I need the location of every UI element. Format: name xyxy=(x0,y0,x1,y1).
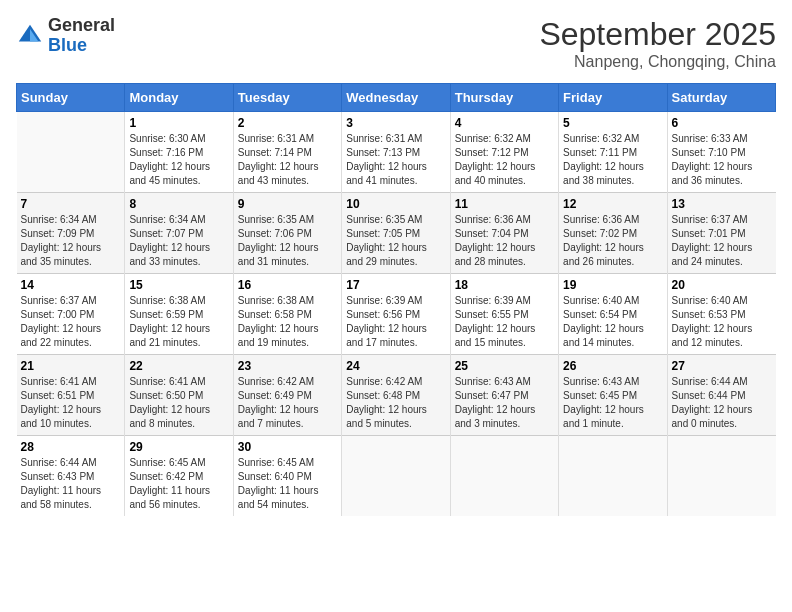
day-info: Sunrise: 6:40 AMSunset: 6:53 PMDaylight:… xyxy=(672,294,772,350)
day-number: 2 xyxy=(238,116,337,130)
calendar-cell: 12Sunrise: 6:36 AMSunset: 7:02 PMDayligh… xyxy=(559,193,667,274)
day-info: Sunrise: 6:31 AMSunset: 7:13 PMDaylight:… xyxy=(346,132,445,188)
calendar-cell: 25Sunrise: 6:43 AMSunset: 6:47 PMDayligh… xyxy=(450,355,558,436)
day-number: 8 xyxy=(129,197,228,211)
calendar-cell: 16Sunrise: 6:38 AMSunset: 6:58 PMDayligh… xyxy=(233,274,341,355)
day-number: 12 xyxy=(563,197,662,211)
day-info: Sunrise: 6:31 AMSunset: 7:14 PMDaylight:… xyxy=(238,132,337,188)
calendar-cell: 9Sunrise: 6:35 AMSunset: 7:06 PMDaylight… xyxy=(233,193,341,274)
calendar-cell: 15Sunrise: 6:38 AMSunset: 6:59 PMDayligh… xyxy=(125,274,233,355)
day-number: 21 xyxy=(21,359,121,373)
calendar-cell: 23Sunrise: 6:42 AMSunset: 6:49 PMDayligh… xyxy=(233,355,341,436)
calendar-cell: 8Sunrise: 6:34 AMSunset: 7:07 PMDaylight… xyxy=(125,193,233,274)
day-number: 19 xyxy=(563,278,662,292)
weekday-header-thursday: Thursday xyxy=(450,84,558,112)
calendar-cell: 1Sunrise: 6:30 AMSunset: 7:16 PMDaylight… xyxy=(125,112,233,193)
day-number: 28 xyxy=(21,440,121,454)
day-info: Sunrise: 6:38 AMSunset: 6:58 PMDaylight:… xyxy=(238,294,337,350)
day-info: Sunrise: 6:34 AMSunset: 7:09 PMDaylight:… xyxy=(21,213,121,269)
day-info: Sunrise: 6:40 AMSunset: 6:54 PMDaylight:… xyxy=(563,294,662,350)
day-number: 11 xyxy=(455,197,554,211)
day-info: Sunrise: 6:44 AMSunset: 6:44 PMDaylight:… xyxy=(672,375,772,431)
day-number: 14 xyxy=(21,278,121,292)
weekday-header-saturday: Saturday xyxy=(667,84,775,112)
day-number: 9 xyxy=(238,197,337,211)
day-number: 24 xyxy=(346,359,445,373)
calendar-cell: 30Sunrise: 6:45 AMSunset: 6:40 PMDayligh… xyxy=(233,436,341,517)
calendar-week-4: 21Sunrise: 6:41 AMSunset: 6:51 PMDayligh… xyxy=(17,355,776,436)
day-info: Sunrise: 6:37 AMSunset: 7:00 PMDaylight:… xyxy=(21,294,121,350)
day-number: 20 xyxy=(672,278,772,292)
day-info: Sunrise: 6:34 AMSunset: 7:07 PMDaylight:… xyxy=(129,213,228,269)
calendar-cell: 21Sunrise: 6:41 AMSunset: 6:51 PMDayligh… xyxy=(17,355,125,436)
day-info: Sunrise: 6:44 AMSunset: 6:43 PMDaylight:… xyxy=(21,456,121,512)
calendar-cell: 27Sunrise: 6:44 AMSunset: 6:44 PMDayligh… xyxy=(667,355,775,436)
day-number: 30 xyxy=(238,440,337,454)
weekday-header-monday: Monday xyxy=(125,84,233,112)
calendar-cell: 19Sunrise: 6:40 AMSunset: 6:54 PMDayligh… xyxy=(559,274,667,355)
day-number: 15 xyxy=(129,278,228,292)
day-number: 16 xyxy=(238,278,337,292)
calendar-week-2: 7Sunrise: 6:34 AMSunset: 7:09 PMDaylight… xyxy=(17,193,776,274)
day-number: 4 xyxy=(455,116,554,130)
logo-text: General Blue xyxy=(48,16,115,56)
day-info: Sunrise: 6:42 AMSunset: 6:48 PMDaylight:… xyxy=(346,375,445,431)
day-info: Sunrise: 6:39 AMSunset: 6:56 PMDaylight:… xyxy=(346,294,445,350)
calendar-cell: 4Sunrise: 6:32 AMSunset: 7:12 PMDaylight… xyxy=(450,112,558,193)
month-title: September 2025 xyxy=(539,16,776,53)
calendar-cell: 14Sunrise: 6:37 AMSunset: 7:00 PMDayligh… xyxy=(17,274,125,355)
location-title: Nanpeng, Chongqing, China xyxy=(539,53,776,71)
day-info: Sunrise: 6:41 AMSunset: 6:50 PMDaylight:… xyxy=(129,375,228,431)
title-block: September 2025 Nanpeng, Chongqing, China xyxy=(539,16,776,71)
day-number: 3 xyxy=(346,116,445,130)
day-number: 18 xyxy=(455,278,554,292)
calendar-table: SundayMondayTuesdayWednesdayThursdayFrid… xyxy=(16,83,776,516)
calendar-cell xyxy=(17,112,125,193)
calendar-cell: 10Sunrise: 6:35 AMSunset: 7:05 PMDayligh… xyxy=(342,193,450,274)
calendar-cell: 13Sunrise: 6:37 AMSunset: 7:01 PMDayligh… xyxy=(667,193,775,274)
calendar-cell: 17Sunrise: 6:39 AMSunset: 6:56 PMDayligh… xyxy=(342,274,450,355)
calendar-week-5: 28Sunrise: 6:44 AMSunset: 6:43 PMDayligh… xyxy=(17,436,776,517)
day-number: 1 xyxy=(129,116,228,130)
day-number: 22 xyxy=(129,359,228,373)
calendar-cell: 26Sunrise: 6:43 AMSunset: 6:45 PMDayligh… xyxy=(559,355,667,436)
day-info: Sunrise: 6:45 AMSunset: 6:40 PMDaylight:… xyxy=(238,456,337,512)
day-info: Sunrise: 6:36 AMSunset: 7:04 PMDaylight:… xyxy=(455,213,554,269)
day-number: 5 xyxy=(563,116,662,130)
calendar-cell: 18Sunrise: 6:39 AMSunset: 6:55 PMDayligh… xyxy=(450,274,558,355)
day-info: Sunrise: 6:35 AMSunset: 7:06 PMDaylight:… xyxy=(238,213,337,269)
calendar-cell xyxy=(559,436,667,517)
day-info: Sunrise: 6:37 AMSunset: 7:01 PMDaylight:… xyxy=(672,213,772,269)
calendar-week-3: 14Sunrise: 6:37 AMSunset: 7:00 PMDayligh… xyxy=(17,274,776,355)
logo-icon xyxy=(16,22,44,50)
calendar-cell xyxy=(667,436,775,517)
day-number: 26 xyxy=(563,359,662,373)
day-info: Sunrise: 6:38 AMSunset: 6:59 PMDaylight:… xyxy=(129,294,228,350)
day-info: Sunrise: 6:36 AMSunset: 7:02 PMDaylight:… xyxy=(563,213,662,269)
weekday-header-sunday: Sunday xyxy=(17,84,125,112)
calendar-cell: 6Sunrise: 6:33 AMSunset: 7:10 PMDaylight… xyxy=(667,112,775,193)
calendar-cell: 3Sunrise: 6:31 AMSunset: 7:13 PMDaylight… xyxy=(342,112,450,193)
weekday-header-wednesday: Wednesday xyxy=(342,84,450,112)
calendar-cell: 28Sunrise: 6:44 AMSunset: 6:43 PMDayligh… xyxy=(17,436,125,517)
calendar-cell: 24Sunrise: 6:42 AMSunset: 6:48 PMDayligh… xyxy=(342,355,450,436)
day-number: 6 xyxy=(672,116,772,130)
day-info: Sunrise: 6:30 AMSunset: 7:16 PMDaylight:… xyxy=(129,132,228,188)
day-info: Sunrise: 6:39 AMSunset: 6:55 PMDaylight:… xyxy=(455,294,554,350)
day-number: 7 xyxy=(21,197,121,211)
day-info: Sunrise: 6:43 AMSunset: 6:45 PMDaylight:… xyxy=(563,375,662,431)
logo: General Blue xyxy=(16,16,115,56)
weekday-header-friday: Friday xyxy=(559,84,667,112)
day-info: Sunrise: 6:41 AMSunset: 6:51 PMDaylight:… xyxy=(21,375,121,431)
calendar-cell: 2Sunrise: 6:31 AMSunset: 7:14 PMDaylight… xyxy=(233,112,341,193)
day-info: Sunrise: 6:35 AMSunset: 7:05 PMDaylight:… xyxy=(346,213,445,269)
calendar-week-1: 1Sunrise: 6:30 AMSunset: 7:16 PMDaylight… xyxy=(17,112,776,193)
calendar-cell xyxy=(342,436,450,517)
top-section: General Blue September 2025 Nanpeng, Cho… xyxy=(16,16,776,71)
day-number: 23 xyxy=(238,359,337,373)
day-info: Sunrise: 6:33 AMSunset: 7:10 PMDaylight:… xyxy=(672,132,772,188)
calendar-cell xyxy=(450,436,558,517)
day-number: 17 xyxy=(346,278,445,292)
day-number: 27 xyxy=(672,359,772,373)
weekday-header-tuesday: Tuesday xyxy=(233,84,341,112)
